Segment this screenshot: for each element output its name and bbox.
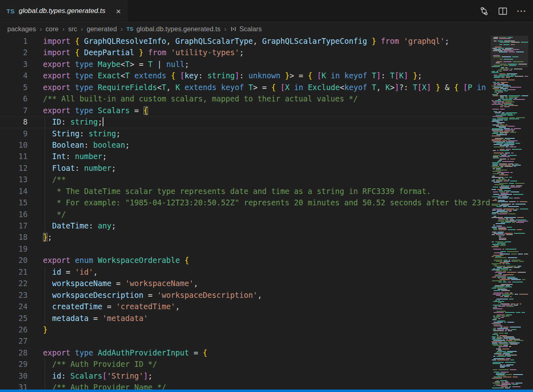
line-number[interactable]: 17 — [0, 220, 28, 232]
line-number[interactable]: 10 — [0, 140, 28, 151]
breadcrumb-item-core[interactable]: core — [45, 25, 58, 33]
code-line[interactable]: 10 Boolean: boolean; — [0, 140, 491, 151]
code-line[interactable]: 15 * For example: "1985-04-12T23:20:50.5… — [0, 197, 491, 209]
line-number[interactable]: 8 — [0, 116, 28, 128]
indent-guide — [45, 370, 45, 382]
line-number[interactable]: 12 — [0, 163, 28, 174]
code-line[interactable]: 16 */ — [0, 209, 491, 220]
tab-global-db-types-generated[interactable]: TS global.db.types.generated.ts × — [0, 0, 127, 22]
code-token: < — [120, 71, 125, 80]
code-line[interactable]: 11 Int: number; — [0, 151, 491, 162]
chevron-right-icon: › — [40, 25, 42, 33]
line-number[interactable]: 6 — [0, 93, 28, 105]
code-line[interactable]: 25 metadata = 'metadata' — [0, 313, 491, 324]
minimap[interactable] — [491, 36, 528, 390]
code-line[interactable]: 27 — [0, 336, 491, 347]
code-token: from — [148, 48, 166, 57]
line-number[interactable]: 28 — [0, 347, 28, 359]
code-line[interactable]: 12 Float: number; — [0, 163, 491, 174]
code-token: DeepPartial — [84, 48, 134, 57]
code-token: { — [144, 106, 148, 115]
code-line[interactable]: 26} — [0, 324, 491, 336]
code-line[interactable]: 19 — [0, 243, 491, 255]
code-text: /** All built-in and custom scalars, map… — [43, 93, 491, 105]
line-number[interactable]: 25 — [0, 313, 28, 324]
open-changes-icon[interactable] — [479, 6, 489, 16]
code-line[interactable]: 9 String: string; — [0, 128, 491, 140]
line-number[interactable]: 2 — [0, 47, 28, 58]
code-line[interactable]: 29 /** Auth Provider ID */ — [0, 359, 491, 370]
code-line[interactable]: 8 ID: string; — [0, 116, 491, 128]
code-line[interactable]: 18}; — [0, 232, 491, 243]
line-number[interactable]: 14 — [0, 186, 28, 197]
code-line[interactable]: 5export type RequireFields<T, K extends … — [0, 82, 491, 93]
line-number[interactable]: 29 — [0, 359, 28, 370]
breadcrumb-item-src[interactable]: src — [68, 25, 77, 33]
breadcrumb-item-packages[interactable]: packages — [7, 25, 36, 33]
code-line[interactable]: 17 DateTime: any; — [0, 220, 491, 232]
line-number[interactable]: 30 — [0, 370, 28, 382]
code-line[interactable]: 3export type Maybe<T> = T | null; — [0, 59, 491, 70]
code-token: | — [153, 60, 166, 69]
code-token: import — [43, 37, 71, 45]
code-token: from — [381, 37, 399, 45]
split-editor-icon[interactable] — [497, 6, 508, 16]
breadcrumb-item-filename[interactable]: TS global.db.types.generated.ts — [127, 25, 221, 33]
breadcrumb-item-scalars-symbol[interactable]: Scalars — [230, 25, 262, 33]
code-token: null — [166, 60, 185, 69]
code-line[interactable]: 4export type Exact<T extends { [key: str… — [0, 70, 491, 82]
code-line[interactable]: 6/** All built-in and custom scalars, ma… — [0, 93, 491, 105]
code-line[interactable]: 24 createdTime = 'createdTime', — [0, 301, 491, 312]
line-number[interactable]: 3 — [0, 59, 28, 70]
code-token — [93, 83, 98, 92]
code-line[interactable]: 28export type AddAuthProviderInput = { — [0, 347, 491, 359]
line-number[interactable]: 27 — [0, 336, 28, 347]
code-line[interactable]: 30 id: Scalars['String']; — [0, 370, 491, 382]
indent-guide — [45, 290, 45, 301]
code-line[interactable]: 13 /** — [0, 174, 491, 185]
code-token: T — [372, 71, 376, 80]
code-text: id = 'id', — [43, 267, 491, 278]
line-number[interactable]: 26 — [0, 324, 28, 336]
line-number[interactable]: 7 — [0, 105, 28, 116]
code-line[interactable]: 7export type Scalars = { — [0, 105, 491, 116]
line-number[interactable]: 24 — [0, 301, 28, 312]
code-token: T — [372, 83, 376, 92]
line-number[interactable]: 4 — [0, 70, 28, 82]
line-number[interactable]: 1 — [0, 36, 28, 47]
more-actions-icon[interactable]: ⋯ — [516, 6, 527, 16]
line-number[interactable]: 16 — [0, 209, 28, 220]
line-number[interactable]: 20 — [0, 255, 28, 266]
code-token — [180, 83, 185, 92]
close-icon[interactable]: × — [114, 6, 123, 16]
line-number[interactable]: 13 — [0, 174, 28, 185]
code-line[interactable]: 1import { GraphQLResolveInfo, GraphQLSca… — [0, 36, 491, 47]
line-number[interactable]: 11 — [0, 151, 28, 162]
line-number[interactable]: 21 — [0, 267, 28, 278]
line-number[interactable]: 18 — [0, 232, 28, 243]
breadcrumb-item-generated[interactable]: generated — [87, 25, 117, 33]
line-number[interactable]: 23 — [0, 290, 28, 301]
code-text: Boolean: boolean; — [43, 140, 491, 151]
code-line[interactable]: 20export enum WorkspaceOrderable { — [0, 255, 491, 266]
line-number[interactable]: 19 — [0, 243, 28, 255]
code-line[interactable]: 22 workspaceName = 'workspaceName', — [0, 278, 491, 289]
vertical-scrollbar[interactable] — [528, 36, 533, 390]
code-token: > — [390, 83, 394, 92]
line-number[interactable]: 5 — [0, 82, 28, 93]
code-editor[interactable]: 1import { GraphQLResolveInfo, GraphQLSca… — [0, 36, 491, 392]
code-line[interactable]: 21 id = 'id', — [0, 267, 491, 278]
code-token — [367, 71, 372, 80]
indent-guide — [45, 140, 45, 151]
code-line[interactable]: 14 * The DateTime scalar type represents… — [0, 186, 491, 197]
line-number[interactable]: 15 — [0, 197, 28, 209]
code-token: ] — [404, 71, 408, 80]
code-line[interactable]: 23 workspaceDescription = 'workspaceDesc… — [0, 290, 491, 301]
code-token: [ — [395, 71, 399, 80]
code-token: [ — [417, 83, 422, 92]
bottom-accent-bar — [0, 390, 533, 392]
code-line[interactable]: 2import { DeepPartial } from 'utility-ty… — [0, 47, 491, 58]
code-token: { — [75, 37, 80, 45]
line-number[interactable]: 9 — [0, 128, 28, 140]
line-number[interactable]: 22 — [0, 278, 28, 289]
